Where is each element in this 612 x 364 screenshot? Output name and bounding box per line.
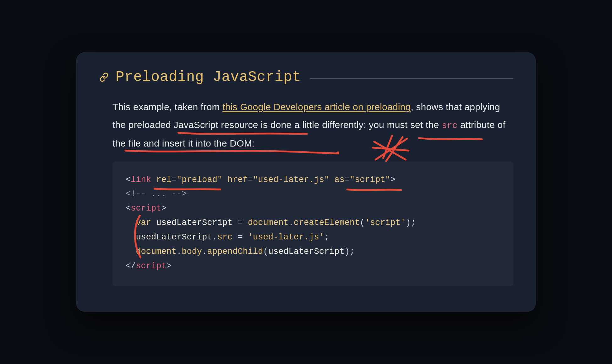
section-heading: Preloading JavaScript [116,69,301,85]
token-punct: ; [411,218,416,228]
code-line: </script> [126,259,500,274]
token-indent [126,247,136,256]
token-space [222,175,227,185]
token-comment: <!-- ... --> [126,189,187,199]
token-punct: > [391,175,396,185]
token-attr: rel [156,175,172,185]
token-ident: src [217,233,233,242]
token-string: "used-later.js" [253,175,329,185]
code-line: <!-- ... --> [126,187,500,201]
token-space [232,233,238,242]
token-ident: usedLaterScript [268,247,345,256]
token-attr: href [227,175,248,185]
token-ident: document [136,247,177,256]
link-icon[interactable] [99,72,109,83]
external-link[interactable]: this Google Developers article on preloa… [222,102,411,112]
token-punct: < [126,204,131,213]
token-space [329,175,334,185]
token-punct: < [126,175,131,185]
para-text: This example, taken from [112,102,222,112]
token-attr: as [334,175,344,185]
code-line: <link rel="preload" href="used-later.js"… [126,173,500,187]
token-ident: createElement [294,218,360,228]
token-ident: usedLaterScript [156,218,232,228]
article-card: Preloading JavaScript This example, take… [76,52,536,312]
token-string: "preload" [177,175,222,185]
token-string: 'script' [365,218,406,228]
token-space [151,218,156,228]
token-punct: ) [406,218,411,228]
token-punct: . [202,247,207,256]
token-space [232,218,238,228]
token-punct: </ [126,261,136,271]
inline-code-src: src [442,121,457,131]
token-punct: > [167,261,172,271]
token-ident: appendChild [207,247,263,256]
token-space [243,233,248,242]
token-tag: link [131,175,151,185]
token-punct: . [212,233,217,242]
intro-paragraph: This example, taken from this Google Dev… [112,98,513,152]
code-line: document.body.appendChild(usedLaterScrip… [126,245,500,259]
heading-rule [310,78,513,79]
code-line: <script> [126,201,500,216]
token-space [243,218,248,228]
token-punct: . [289,218,294,228]
token-punct: ; [350,247,355,256]
token-punct: = [248,175,253,185]
token-string: 'used-later.js' [248,233,324,242]
token-punct: = [238,233,243,242]
token-keyword: var [136,218,151,228]
token-ident: document [248,218,289,228]
token-tag: script [136,261,166,271]
token-space [151,175,156,185]
token-punct: = [238,218,243,228]
section-heading-row: Preloading JavaScript [99,69,513,85]
token-punct: = [345,175,350,185]
token-punct: = [172,175,177,185]
token-indent [126,218,136,228]
code-line: var usedLaterScript = document.createEle… [126,216,500,230]
token-punct: ( [360,218,365,228]
token-punct: ) [345,247,350,256]
token-punct: ( [263,247,268,256]
code-line: usedLaterScript.src = 'used-later.js'; [126,230,500,245]
code-block: <link rel="preload" href="used-later.js"… [112,162,513,286]
token-ident: body [182,247,202,256]
token-punct: ; [324,233,329,242]
token-indent [126,233,136,242]
token-punct: . [177,247,182,256]
token-punct: > [161,204,166,213]
token-ident: usedLaterScript [136,233,212,242]
token-tag: script [131,204,161,213]
token-string: "script" [350,175,391,185]
